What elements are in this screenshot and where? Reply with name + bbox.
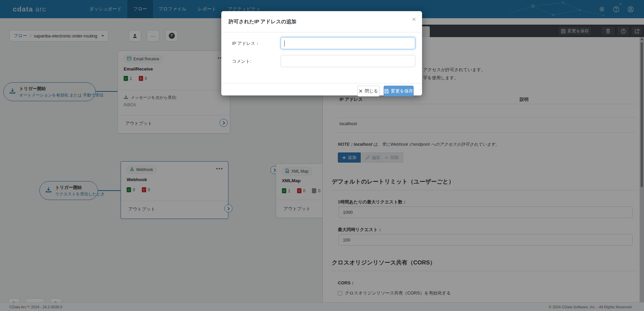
x-icon (359, 89, 362, 93)
comment-input[interactable] (281, 55, 415, 67)
app-screen: cdata arc ダッシュボード フロー プロファイル レポート アクティビテ… (0, 0, 644, 311)
ip-address-label: IP アドレス： (232, 40, 260, 47)
close-icon[interactable]: × (412, 16, 416, 23)
text-caret (284, 40, 285, 47)
comment-label: コメント: (232, 58, 251, 64)
modal-footer-divider (221, 83, 422, 83)
ip-address-input[interactable] (281, 37, 415, 49)
modal-title: 許可されたIP アドレスの追加 (229, 19, 296, 25)
add-allowed-ip-modal: 許可されたIP アドレスの追加 × IP アドレス： コメント: 閉じる 変更を… (221, 11, 422, 95)
modal-save-button[interactable]: 変更を保存 (384, 86, 414, 96)
modal-header: 許可されたIP アドレスの追加 × (221, 11, 422, 32)
save-icon (384, 89, 389, 93)
modal-close-button[interactable]: 閉じる (357, 86, 380, 96)
